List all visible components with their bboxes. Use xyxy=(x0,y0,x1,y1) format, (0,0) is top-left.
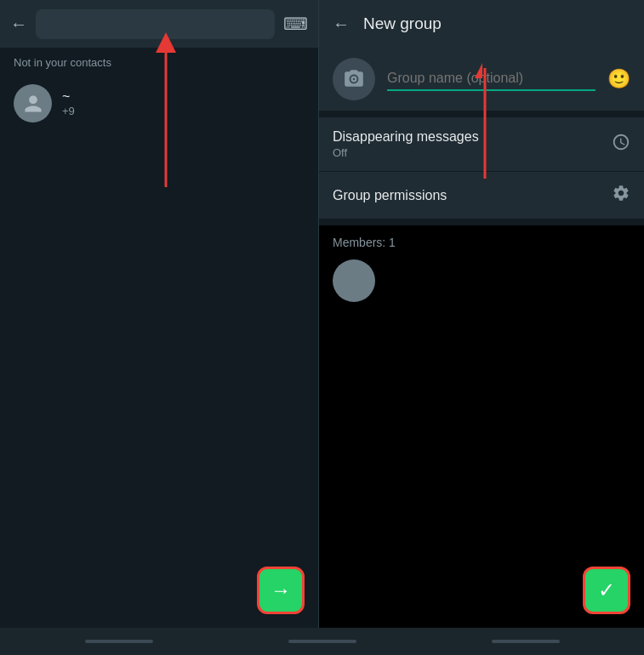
bottom-bar-line-1 xyxy=(85,640,153,643)
group-name-input[interactable] xyxy=(387,67,596,91)
bottom-bar xyxy=(0,628,644,655)
fab-confirm-container: ✓ xyxy=(583,567,630,614)
left-back-button[interactable]: ← xyxy=(10,14,27,34)
disappearing-messages-text: Disappearing messages Off xyxy=(333,129,479,159)
search-input[interactable] xyxy=(36,9,275,39)
left-panel: ← ⌨ Not in your contacts ~ +9 xyxy=(0,0,319,628)
contact-avatar xyxy=(14,84,52,122)
contact-item[interactable]: ~ +9 xyxy=(0,76,318,131)
group-permissions-text: Group permissions xyxy=(333,188,447,203)
right-panel: ← New group 🙂 Disappearing messages Off xyxy=(319,0,644,628)
right-back-button[interactable]: ← xyxy=(333,14,350,34)
disappearing-messages-row[interactable]: Disappearing messages Off xyxy=(319,117,644,171)
bottom-bar-line-2 xyxy=(288,640,356,643)
emoji-button[interactable]: 🙂 xyxy=(607,68,630,90)
contact-info: ~ +9 xyxy=(62,89,75,117)
fab-next-container: → xyxy=(257,567,305,614)
confirm-button[interactable]: ✓ xyxy=(583,567,630,614)
timer-icon xyxy=(612,133,630,156)
member-avatar xyxy=(333,259,375,302)
next-button[interactable]: → xyxy=(257,567,305,614)
disappearing-messages-status: Off xyxy=(333,146,479,159)
keyboard-icon: ⌨ xyxy=(283,14,308,34)
group-permissions-label: Group permissions xyxy=(333,188,447,203)
not-in-contacts-label: Not in your contacts xyxy=(0,48,318,76)
bottom-bar-line-3 xyxy=(492,640,560,643)
contact-name: ~ xyxy=(62,89,75,105)
group-permissions-row[interactable]: Group permissions xyxy=(319,172,644,219)
settings-gear-icon xyxy=(612,184,630,207)
right-header: ← New group xyxy=(319,0,644,48)
group-photo-button[interactable] xyxy=(333,58,375,100)
left-header: ← ⌨ xyxy=(0,0,318,48)
contact-sub: +9 xyxy=(62,105,75,117)
disappearing-messages-label: Disappearing messages xyxy=(333,129,479,145)
page-title: New group xyxy=(363,14,442,33)
members-count-label: Members: 1 xyxy=(333,236,630,249)
group-name-row: 🙂 xyxy=(319,48,644,111)
